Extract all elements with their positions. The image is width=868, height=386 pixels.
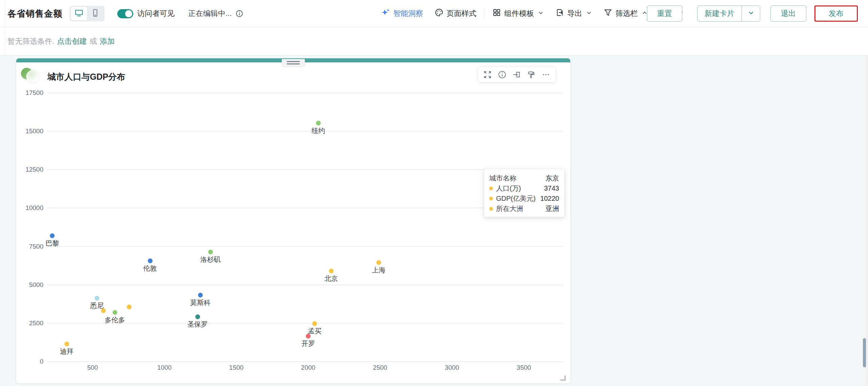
add-filter-link[interactable]: 添加 — [100, 36, 115, 46]
funnel-icon — [604, 8, 612, 19]
scatter-point[interactable] — [312, 321, 317, 326]
y-axis-tick-label: 17500 — [19, 89, 43, 97]
scatter-point[interactable] — [127, 305, 132, 309]
scatter-point[interactable] — [148, 258, 153, 263]
x-axis-tick-label: 500 — [77, 364, 108, 371]
palette-icon — [435, 8, 443, 19]
grid-line — [47, 93, 563, 93]
visitor-visible-toggle[interactable] — [117, 9, 133, 18]
export-label: 导出 — [567, 8, 582, 19]
tooltip-row-label: GDP(亿美元) — [496, 194, 536, 203]
component-grid-icon — [492, 8, 501, 19]
scatter-point[interactable] — [329, 269, 334, 273]
scatter-point[interactable] — [376, 260, 381, 265]
card-hover-toolbar — [478, 67, 555, 82]
jump-to-icon[interactable] — [512, 70, 522, 80]
tooltip-row-value: 亚洲 — [546, 204, 559, 213]
smart-insight-button[interactable]: 智能洞察 — [376, 8, 429, 19]
chevron-down-icon — [748, 9, 754, 18]
resize-handle[interactable] — [560, 375, 566, 381]
page-title: 各省销售金额 — [7, 8, 62, 20]
drag-handle[interactable] — [282, 59, 305, 66]
device-preview-switch — [70, 6, 104, 21]
point-label: 多伦多 — [91, 315, 139, 325]
monitor-icon — [74, 8, 84, 19]
visitor-visible-label: 访问者可见 — [137, 8, 175, 19]
no-filter-text: 暂无筛选条件. — [7, 36, 54, 46]
tooltip-row-value: 东京 — [546, 174, 559, 183]
y-axis-tick-label: 0 — [19, 358, 43, 365]
toolbar-divider — [484, 8, 485, 19]
tooltip-row: 所在大洲亚洲 — [489, 204, 559, 213]
filter-condition-bar: 暂无筛选条件. 点击创建 或 添加 — [0, 27, 868, 56]
point-label: 洛杉矶 — [187, 255, 234, 264]
new-card-dropdown-button[interactable] — [742, 6, 760, 21]
point-label: 开罗 — [284, 339, 332, 348]
export-icon — [555, 8, 564, 19]
fullscreen-icon[interactable] — [482, 70, 493, 80]
scatter-point[interactable] — [195, 314, 200, 319]
editing-status-text: 正在编辑中... — [188, 8, 232, 19]
y-axis-tick-label: 15000 — [19, 128, 43, 135]
tooltip-row: GDP(亿美元)10220 — [489, 194, 559, 203]
left-panel-edge — [5, 0, 5, 55]
smart-insight-label: 智能洞察 — [393, 8, 423, 19]
chart-card[interactable]: 城市人口与GDP分布 — [16, 58, 570, 383]
point-label: 上海 — [355, 266, 402, 275]
point-label: 纽约 — [295, 126, 342, 135]
info-icon[interactable] — [234, 8, 244, 19]
tooltip-row-label: 所在大洲 — [496, 204, 523, 213]
x-axis-tick-label: 1000 — [149, 364, 180, 371]
x-axis-tick-label: 3000 — [437, 364, 467, 371]
chart-tooltip: 城市名称东京人口(万)3743GDP(亿美元)10220所在大洲亚洲 — [484, 169, 565, 217]
create-filter-link[interactable]: 点击创建 — [57, 36, 87, 46]
point-label: 伦敦 — [126, 264, 174, 273]
scatter-point[interactable] — [50, 233, 55, 238]
desktop-view-button[interactable] — [71, 7, 87, 20]
scatter-point[interactable] — [198, 293, 203, 297]
publish-button[interactable]: 发布 — [814, 5, 858, 22]
mobile-view-button[interactable] — [87, 7, 103, 20]
x-axis-tick-label: 3500 — [509, 364, 539, 371]
reset-button[interactable]: 重置 — [647, 5, 682, 22]
scatter-point[interactable] — [113, 310, 117, 315]
point-label: 巴黎 — [28, 239, 76, 248]
scatter-point[interactable] — [208, 250, 213, 254]
filter-bar-label: 筛选栏 — [615, 8, 638, 19]
chevron-down-icon — [538, 9, 544, 18]
or-text: 或 — [90, 36, 97, 46]
paint-roller-icon[interactable] — [526, 70, 536, 80]
point-label: 悉尼 — [73, 301, 121, 310]
series-dot-icon — [489, 207, 493, 211]
scrollbar-thumb[interactable] — [863, 338, 866, 367]
point-label: 迪拜 — [43, 347, 91, 356]
filter-bar-button[interactable]: 筛选栏 — [598, 8, 653, 19]
scatter-point[interactable] — [64, 342, 69, 346]
chevron-down-icon — [586, 9, 592, 18]
y-axis-tick-label: 5000 — [19, 281, 43, 289]
component-template-label: 组件模板 — [504, 8, 534, 19]
dashboard-canvas: 城市人口与GDP分布 — [0, 56, 868, 386]
exit-button[interactable]: 退出 — [770, 5, 806, 22]
scatter-point[interactable] — [95, 296, 99, 301]
export-button[interactable]: 导出 — [550, 8, 598, 19]
y-axis-tick-label: 2500 — [19, 320, 43, 327]
new-card-button[interactable]: 新建卡片 — [697, 6, 742, 21]
tooltip-row-label: 城市名称 — [489, 174, 516, 183]
scatter-point[interactable] — [316, 121, 321, 126]
point-label: 圣保罗 — [174, 320, 221, 329]
grid-line — [47, 361, 563, 362]
tooltip-row: 城市名称东京 — [489, 174, 559, 183]
x-axis-tick-label: 2000 — [293, 364, 323, 371]
more-options-icon[interactable] — [541, 70, 551, 80]
tooltip-row-value: 3743 — [544, 184, 559, 193]
info-icon[interactable] — [497, 70, 507, 80]
component-template-button[interactable]: 组件模板 — [487, 8, 550, 19]
scatter-point[interactable] — [306, 334, 311, 339]
page-style-button[interactable]: 页面样式 — [429, 8, 482, 19]
x-axis-tick-label: 2500 — [365, 364, 395, 371]
series-dot-icon — [489, 187, 493, 190]
scrollbar-track — [865, 56, 868, 386]
scatter-point[interactable] — [101, 308, 106, 313]
point-label: 北京 — [308, 274, 355, 283]
